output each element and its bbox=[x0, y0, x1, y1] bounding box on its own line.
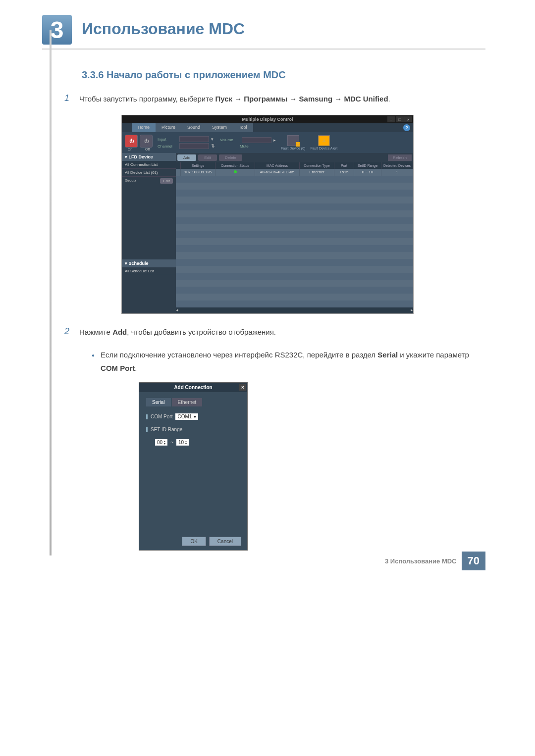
sidebar-item-all-schedule[interactable]: All Schedule List bbox=[122, 267, 176, 275]
field-marker-icon bbox=[146, 427, 148, 432]
tab-home[interactable]: Home bbox=[132, 123, 156, 132]
fault-device-panel[interactable]: ⚠ Fault Device (0) bbox=[281, 135, 305, 150]
sidebar-section-schedule[interactable]: ▾ Schedule bbox=[122, 259, 176, 267]
chevron-down-icon[interactable]: ▾ bbox=[211, 137, 214, 142]
comport-label: COM Port bbox=[151, 414, 172, 419]
sidebar-section-lfd[interactable]: ▾ LFD Device bbox=[122, 153, 176, 161]
th-connection: Connection Status bbox=[215, 162, 255, 169]
table-row bbox=[176, 238, 413, 245]
setid-to-stepper[interactable]: 10 ▴▾ bbox=[176, 439, 189, 446]
power-on-button[interactable]: ⏻ bbox=[125, 135, 138, 148]
volume-slider[interactable] bbox=[242, 137, 271, 143]
mute-label: Mute bbox=[240, 144, 260, 149]
fault-alert-icon: ⚠ bbox=[318, 135, 330, 146]
th-range: SetID Range bbox=[354, 162, 381, 169]
minimize-icon[interactable]: – bbox=[387, 116, 395, 122]
add-connection-screenshot: Add Connection × Serial Ethernet COM Por… bbox=[139, 382, 248, 551]
power-off-button[interactable]: ⏻ bbox=[140, 135, 153, 148]
step-text: Нажмите Add, чтобы добавить устройство о… bbox=[79, 326, 276, 338]
section-heading: Начало работы с приложением MDC bbox=[107, 69, 286, 80]
table-row bbox=[176, 183, 413, 190]
tab-tool[interactable]: Tool bbox=[233, 123, 253, 132]
table-row bbox=[176, 224, 413, 231]
chevron-right-icon[interactable]: ▸ bbox=[273, 138, 276, 143]
dialog-footer: OK Cancel bbox=[139, 533, 247, 550]
setid-label: SET ID Range bbox=[151, 427, 182, 432]
device-table: Settings Connection Status MAC Address C… bbox=[176, 162, 413, 307]
cell-detected: 1 bbox=[381, 169, 413, 176]
maximize-icon[interactable]: □ bbox=[396, 116, 404, 122]
chapter-title: Использование MDC bbox=[82, 15, 245, 38]
fault-alert-panel[interactable]: ⚠ Fault Device Alert bbox=[310, 135, 337, 150]
tab-serial[interactable]: Serial bbox=[146, 398, 171, 406]
page-number: 70 bbox=[462, 552, 485, 570]
horizontal-scrollbar[interactable]: ◂▸ bbox=[176, 307, 413, 313]
input-select[interactable] bbox=[179, 136, 209, 142]
table-row bbox=[176, 294, 413, 301]
table-row bbox=[176, 266, 413, 273]
cell-mac: 40-61-86-4E-FC-65 bbox=[255, 169, 300, 176]
ok-button[interactable]: OK bbox=[182, 537, 206, 546]
toolbar: ⏻ ⏻ OnOff Input▾ Channel⇅ Volume▸ Mute ⚠… bbox=[122, 132, 413, 153]
table-row bbox=[176, 287, 413, 294]
th-settings: Settings bbox=[181, 162, 215, 169]
tab-ethernet[interactable]: Ethernet bbox=[172, 398, 203, 406]
chapter-number: 3 bbox=[42, 15, 72, 45]
fault-device-icon: ⚠ bbox=[287, 135, 299, 146]
tab-picture[interactable]: Picture bbox=[156, 123, 181, 132]
main-panel: Add Edit Delete Refresh Settings Connect… bbox=[176, 153, 413, 313]
stepper-icon[interactable]: ⇅ bbox=[211, 144, 215, 149]
table-row bbox=[176, 217, 413, 224]
dialog-title: Add Connection × bbox=[139, 383, 247, 392]
table-row bbox=[176, 231, 413, 238]
window-titlebar: Multiple Display Control – □ × bbox=[122, 115, 413, 123]
edit-button[interactable]: Edit bbox=[198, 154, 217, 161]
window-controls: – □ × bbox=[387, 116, 412, 122]
setid-row: SET ID Range bbox=[146, 427, 240, 432]
field-marker-icon bbox=[146, 414, 148, 419]
close-icon[interactable]: × bbox=[239, 384, 246, 391]
window-title: Multiple Display Control bbox=[242, 117, 293, 122]
tab-system[interactable]: System bbox=[206, 123, 233, 132]
table-row bbox=[176, 190, 413, 197]
cancel-button[interactable]: Cancel bbox=[209, 537, 241, 546]
table-row bbox=[176, 245, 413, 252]
table-row bbox=[176, 203, 413, 210]
table-row bbox=[176, 280, 413, 287]
cell-type: Ethernet bbox=[300, 169, 334, 176]
bullet-icon: ● bbox=[92, 348, 95, 375]
refresh-button[interactable]: Refresh bbox=[388, 154, 412, 161]
section-number: 3.3.6 bbox=[82, 69, 104, 80]
table-header: Settings Connection Status MAC Address C… bbox=[176, 162, 413, 169]
table-row[interactable]: 107.108.89.126 40-61-86-4E-FC-65 Etherne… bbox=[176, 169, 413, 176]
chapter-header: 3 Использование MDC bbox=[42, 15, 485, 50]
sidebar: ▾ LFD Device All Connection List All Dev… bbox=[122, 153, 176, 313]
input-label: Input bbox=[158, 137, 177, 142]
sidebar-item-all-connection[interactable]: All Connection List bbox=[122, 161, 176, 169]
th-port: Port bbox=[334, 162, 354, 169]
help-icon[interactable]: ? bbox=[403, 124, 410, 131]
footer-text: 3 Использование MDC bbox=[385, 557, 457, 565]
close-icon[interactable]: × bbox=[404, 116, 412, 122]
group-edit-button[interactable]: Edit bbox=[160, 178, 173, 184]
step-2: 2 Нажмите Add, чтобы добавить устройство… bbox=[64, 326, 485, 338]
table-row bbox=[176, 259, 413, 266]
table-row bbox=[176, 301, 413, 307]
sidebar-item-all-device[interactable]: All Device List (01) bbox=[122, 169, 176, 177]
cell-connection bbox=[215, 169, 255, 176]
channel-stepper[interactable] bbox=[179, 143, 209, 149]
comport-select[interactable]: COM1 ▾ bbox=[175, 413, 198, 420]
main-tabs: Home Picture Sound System Tool ? bbox=[122, 123, 413, 132]
delete-button[interactable]: Delete bbox=[219, 154, 242, 161]
setid-from-stepper[interactable]: 00 ▴▾ bbox=[155, 439, 167, 446]
table-row bbox=[176, 273, 413, 280]
table-row bbox=[176, 252, 413, 259]
step-text: Чтобы запустить программу, выберите Пуск… bbox=[79, 93, 390, 105]
tab-sound[interactable]: Sound bbox=[181, 123, 206, 132]
add-button[interactable]: Add bbox=[177, 154, 196, 161]
side-marker bbox=[50, 30, 52, 555]
stepper-icon: ▴▾ bbox=[164, 440, 165, 445]
cell-range: 0 ~ 10 bbox=[354, 169, 381, 176]
th-detected: Detected Devices bbox=[381, 162, 413, 169]
sidebar-item-group: Group Edit bbox=[122, 177, 176, 185]
